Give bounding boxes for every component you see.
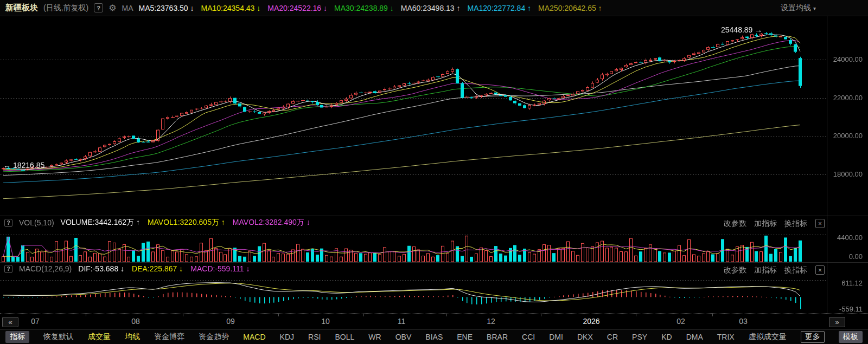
date-axis: « » 07080910111220260203	[0, 313, 868, 329]
month-label-11[interactable]: 11	[398, 317, 406, 326]
y-axis-tick: 18000.00	[808, 170, 863, 178]
y-axis-tick: 4400.00	[808, 233, 863, 242]
toolbar-item-更多[interactable]: 更多	[801, 331, 825, 343]
indicator-readout: VOLUME:3442.162万 ↑	[61, 218, 140, 228]
chevron-down-icon: ▾	[813, 5, 816, 11]
ma-readouts: MA5:23763.50 ↓MA10:24354.43 ↓MA20:24522.…	[139, 4, 602, 12]
volume-readouts: VOLUME:3442.162万 ↑MAVOL1:3220.605万 ↑MAVO…	[61, 218, 310, 228]
help-icon[interactable]: ?	[94, 3, 103, 12]
help-icon[interactable]: ?	[4, 219, 12, 227]
toolbar-item-指标[interactable]: 指标	[5, 331, 29, 343]
volume-pane-header: ? VOL(5,10) VOLUME:3442.162万 ↑MAVOL1:322…	[4, 218, 310, 228]
toolbar-item-PSY[interactable]: PSY	[632, 333, 647, 341]
axis-tick	[183, 314, 183, 316]
close-icon[interactable]: ×	[815, 219, 825, 228]
toolbar-item-BRAR[interactable]: BRAR	[487, 333, 508, 341]
volume-pane-title: VOL(5,10)	[19, 218, 54, 227]
ma-readout: MA5:23763.50 ↓	[139, 4, 194, 12]
set-ma-button[interactable]: 设置均线 ▾	[781, 3, 816, 13]
month-label-10[interactable]: 10	[321, 317, 330, 326]
toolbar-item-KD[interactable]: KD	[661, 333, 672, 341]
y-axis-tick: 611.12	[808, 279, 863, 287]
toolbar-item-虚拟成交量[interactable]: 虚拟成交量	[749, 332, 787, 342]
indicator-toolbar: 指标恢复默认成交量均线资金博弈资金趋势MACDKDJRSIBOLLWROBVBI…	[0, 329, 868, 344]
indicator-readout: MACD:-559.111 ↓	[190, 264, 250, 273]
ma-readout: MA10:24354.43 ↓	[201, 4, 261, 12]
help-icon[interactable]: ?	[4, 265, 12, 273]
toolbar-item-DMI[interactable]: DMI	[549, 333, 563, 341]
page-title: 新疆板块	[5, 3, 38, 13]
y-axis-tick: 22000.00	[808, 94, 863, 102]
axis-tick	[278, 314, 279, 316]
toolbar-item-DMA[interactable]: DMA	[686, 333, 703, 341]
month-label-02[interactable]: 02	[676, 317, 685, 326]
axis-tick	[86, 314, 86, 316]
toolbar-item-CCI[interactable]: CCI	[522, 333, 535, 341]
axis-tick	[446, 314, 447, 316]
period-adjust-label: (日线,前复权)	[43, 3, 88, 13]
month-label-08[interactable]: 08	[131, 317, 140, 326]
toolbar-item-DKX[interactable]: DKX	[577, 333, 593, 341]
month-label-2026[interactable]: 2026	[583, 317, 599, 326]
toolbar-item-均线[interactable]: 均线	[125, 332, 140, 342]
ma-readout: MA20:24522.16 ↓	[267, 4, 327, 12]
ma-group-label: MA	[122, 4, 133, 12]
low-price-annotation: ← 18216.85	[3, 161, 44, 170]
toolbar-item-资金趋势[interactable]: 资金趋势	[199, 332, 229, 342]
axis-tick	[541, 314, 541, 316]
ma-readout: MA250:20642.65 ↑	[538, 4, 602, 12]
month-label-07[interactable]: 07	[31, 317, 40, 326]
y-axis-tick: 0.00	[808, 252, 863, 261]
pane-control[interactable]: 改参数	[724, 219, 746, 229]
ma-readout: MA60:23498.13 ↑	[401, 4, 461, 12]
toolbar-item-TRIX[interactable]: TRIX	[717, 333, 735, 341]
high-price-annotation: 25448.89 →	[721, 25, 762, 34]
scroll-left-button[interactable]: «	[2, 317, 18, 327]
month-label-03[interactable]: 03	[739, 317, 748, 326]
indicator-readout: MAVOL1:3220.605万 ↑	[148, 218, 225, 228]
axis-tick	[636, 314, 636, 316]
indicator-readout: MAVOL2:3282.490万 ↓	[233, 218, 310, 228]
pane-control[interactable]: 加指标	[754, 219, 777, 229]
toolbar-item-成交量[interactable]: 成交量	[88, 332, 111, 342]
axis-tick	[712, 314, 713, 316]
toolbar-item-模板[interactable]: 模板	[839, 331, 863, 343]
toolbar-item-MACD[interactable]: MACD	[243, 333, 265, 341]
volume-pane-controls: 改参数加指标换指标	[724, 219, 807, 229]
macd-readouts: DIF:-53.688 ↓DEA:225.867 ↓MACD:-559.111 …	[78, 264, 250, 273]
pane-control[interactable]: 换指标	[784, 265, 807, 275]
toolbar-item-资金博弈[interactable]: 资金博弈	[154, 332, 184, 342]
gear-icon[interactable]: ⚙	[108, 4, 116, 12]
month-label-12[interactable]: 12	[487, 317, 495, 326]
ma-readout: MA120:22772.84 ↑	[468, 4, 532, 12]
toolbar-item-CR[interactable]: CR	[607, 333, 618, 341]
stock-chart-app: 新疆板块 (日线,前复权) ? ⚙ MA MA5:23763.50 ↓MA10:…	[0, 0, 868, 344]
y-axis-tick: 20000.00	[808, 132, 863, 140]
macd-pane-controls: 改参数加指标换指标	[724, 265, 807, 275]
macd-pane-title: MACD(12,26,9)	[19, 264, 72, 273]
pane-control[interactable]: 换指标	[784, 219, 807, 229]
pane-control[interactable]: 加指标	[754, 265, 777, 275]
indicator-readout: DIF:-53.688 ↓	[78, 264, 124, 273]
toolbar-item-WR[interactable]: WR	[368, 333, 381, 341]
toolbar-item-BOLL[interactable]: BOLL	[335, 333, 354, 341]
toolbar-item-OBV[interactable]: OBV	[395, 333, 412, 341]
toolbar-item-RSI[interactable]: RSI	[308, 333, 321, 341]
toolbar-item-KDJ[interactable]: KDJ	[280, 333, 294, 341]
pane-control[interactable]: 改参数	[724, 265, 746, 275]
toolbar-item-恢复默认[interactable]: 恢复默认	[43, 332, 74, 342]
y-axis-tick: 24000.00	[808, 55, 863, 63]
axis-tick	[363, 314, 364, 316]
indicator-readout: DEA:225.867 ↓	[132, 264, 183, 273]
header: 新疆板块 (日线,前复权) ? ⚙ MA MA5:23763.50 ↓MA10:…	[0, 0, 868, 16]
close-icon[interactable]: ×	[815, 265, 825, 275]
y-axis-tick: -559.11	[808, 305, 863, 313]
ma-readout: MA30:24238.89 ↓	[334, 4, 394, 12]
toolbar-item-BIAS[interactable]: BIAS	[425, 333, 443, 341]
macd-pane-header: ? MACD(12,26,9) DIF:-53.688 ↓DEA:225.867…	[4, 264, 250, 273]
scroll-right-button[interactable]: »	[829, 317, 845, 327]
month-label-09[interactable]: 09	[226, 317, 235, 326]
toolbar-item-ENE[interactable]: ENE	[457, 333, 473, 341]
